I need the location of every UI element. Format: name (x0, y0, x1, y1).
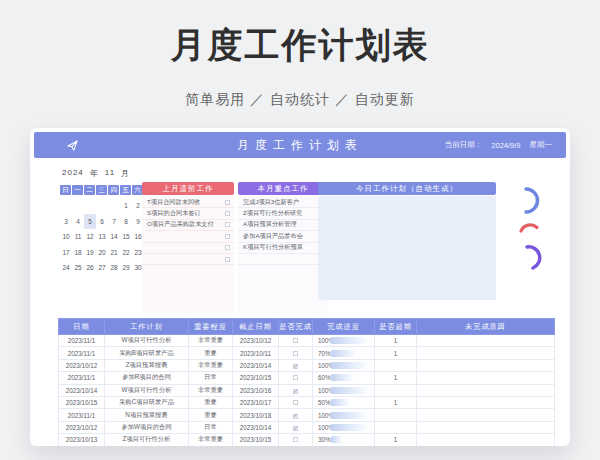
task-checkbox[interactable] (225, 222, 230, 227)
calendar-day-cell[interactable]: 8 (120, 214, 132, 230)
calendar-day-cell[interactable]: 25 (72, 260, 84, 276)
done-checkbox[interactable] (293, 426, 298, 431)
calendar-day-cell[interactable] (108, 198, 120, 214)
calendar-day-cell[interactable]: 26 (84, 260, 96, 276)
cell-progress: 100% (313, 421, 375, 433)
progress-ring-charts (508, 183, 552, 303)
current-weekday: 星期一 (530, 140, 553, 150)
calendar-weekday: 一 (72, 185, 83, 195)
done-checkbox[interactable] (293, 400, 298, 405)
progress-cell: 100% (313, 360, 374, 371)
calendar-day-cell[interactable]: 11 (72, 229, 84, 245)
cell-priority: 非常重要 (189, 434, 233, 446)
calendar-day-cell[interactable]: 5 (84, 214, 96, 230)
task-item (142, 243, 234, 254)
task-item-label: O项目产品采购款未支付 (147, 220, 214, 229)
page-subtitle: 简单易用 ／ 自动统计 ／ 自动更新 (0, 91, 600, 109)
done-checkbox[interactable] (293, 364, 298, 369)
calendar-day-cell[interactable] (84, 198, 96, 214)
calendar-day-cell[interactable]: 4 (72, 214, 84, 230)
calendar-day-cell[interactable]: 24 (60, 260, 72, 276)
task-checkbox[interactable] (225, 200, 230, 205)
cell-done (279, 421, 313, 433)
calendar-day-cell[interactable] (96, 198, 108, 214)
column-header: 日期 (59, 319, 105, 335)
calendar-day-cell[interactable]: 13 (96, 229, 108, 245)
calendar-day-cell[interactable]: 3 (60, 214, 72, 230)
progress-bar (331, 387, 367, 394)
calendar-day-cell[interactable]: 7 (108, 214, 120, 230)
calendar-day-cell[interactable]: 22 (120, 245, 132, 261)
cell-priority: 日常 (189, 421, 233, 433)
done-checkbox[interactable] (293, 375, 298, 380)
cell-plan: Z项目可行性分析 (105, 434, 189, 446)
table-row: 2023/10/15采购C项目研发产品重要2023/10/1750%1 (59, 396, 555, 408)
cell-progress: 50% (313, 396, 375, 408)
calendar-day-cell[interactable]: 6 (96, 214, 108, 230)
calendar-day-cell[interactable]: 15 (120, 229, 132, 245)
calendar-day-cell[interactable]: 19 (84, 245, 96, 261)
calendar-day-cell[interactable]: 18 (72, 245, 84, 261)
task-item: O项目产品采购款未支付 (142, 220, 234, 231)
task-checkbox[interactable] (225, 211, 230, 216)
cell-date: 2023/10/14 (59, 384, 105, 396)
page-title: 月度工作计划表 (0, 0, 600, 69)
cell-overdue: 1 (375, 347, 417, 359)
monthly-panel-header: 本月重点工作 (238, 182, 328, 195)
today-panel-header: 今日工作计划（自动生成） (318, 182, 496, 195)
progress-cell: 100% (313, 385, 374, 396)
calendar-day-cell[interactable]: 1 (120, 198, 132, 214)
task-checkbox[interactable] (225, 245, 230, 250)
task-item-label: Z项目可行性分析研究 (243, 209, 302, 218)
cell-overdue: 1 (375, 372, 417, 384)
calendar-weekday-row: 日一二三四五六 (60, 185, 144, 195)
cell-done (279, 335, 313, 347)
column-header: 截止日期 (233, 319, 279, 335)
calendar-weekday: 四 (108, 185, 119, 195)
cell-plan: 参加R项目的合同 (105, 372, 189, 384)
cell-overdue (375, 409, 417, 421)
cell-date: 2023/11/1 (59, 372, 105, 384)
task-item: S项目的合同未签订 (142, 208, 234, 219)
progress-bar (331, 399, 349, 406)
cell-reason (417, 384, 555, 396)
calendar-day-cell[interactable]: 29 (120, 260, 132, 276)
cell-priority: 日常 (189, 372, 233, 384)
cell-due: 2023/10/15 (233, 372, 279, 384)
calendar-month[interactable]: 11 (105, 168, 115, 179)
cell-due: 2023/10/18 (233, 409, 279, 421)
calendar-year[interactable]: 2024 (62, 168, 84, 179)
monthly-panel-body: 完成J项目3位新客户Z项目可行性分析研究A项目预算分析管理参加A项目产品发布会K… (238, 196, 328, 313)
calendar-day-cell[interactable] (60, 198, 72, 214)
task-checkbox[interactable] (225, 234, 230, 239)
cell-plan: W项目可行性分析 (105, 384, 189, 396)
table-row: 2023/11/1采购B项目研发产品重要2023/10/1170%1 (59, 347, 555, 359)
task-item-label: 完成J项目3位新客户 (243, 198, 299, 207)
progress-cell: 100% (313, 335, 374, 346)
ring-blue-arc (526, 189, 538, 212)
calendar-day-cell[interactable]: 27 (96, 260, 108, 276)
calendar-day-cell[interactable]: 20 (96, 245, 108, 261)
done-checkbox[interactable] (293, 351, 298, 356)
calendar-day-cell[interactable]: 28 (108, 260, 120, 276)
calendar-day-cell[interactable] (72, 198, 84, 214)
progress-percent: 100% (313, 387, 330, 394)
table-row: 2023/11/1W项目可行性分析非常重要2023/10/12100%1 (59, 335, 555, 347)
task-checkbox[interactable] (225, 257, 230, 262)
column-header: 完成进度 (313, 319, 375, 335)
progress-bar (331, 337, 367, 344)
current-date-label: 当前日期： (445, 140, 483, 150)
calendar-day-cell[interactable]: 17 (60, 245, 72, 261)
done-checkbox[interactable] (293, 437, 298, 442)
calendar-day-cell[interactable]: 21 (108, 245, 120, 261)
calendar-day-cell[interactable]: 14 (108, 229, 120, 245)
progress-bar (331, 374, 353, 381)
calendar-day-cell[interactable]: 10 (60, 229, 72, 245)
calendar-day-cell[interactable]: 12 (84, 229, 96, 245)
done-checkbox[interactable] (293, 338, 298, 343)
done-checkbox[interactable] (293, 414, 298, 419)
cell-reason (417, 434, 555, 446)
done-checkbox[interactable] (293, 389, 298, 394)
column-header: 是否超期 (375, 319, 417, 335)
work-plan-table: 日期工作计划重要程度截止日期是否完成完成进度是否超期未完成原因 2023/11/… (58, 318, 555, 446)
